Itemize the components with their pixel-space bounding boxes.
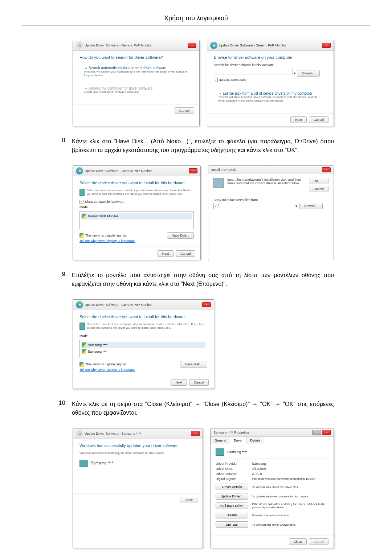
dialog-question: How do you want to search for driver sof… — [79, 55, 193, 59]
close-button[interactable]: Close — [289, 538, 307, 545]
uninstall-button[interactable]: Uninstall — [216, 521, 248, 528]
device-name: Samsung **** — [227, 450, 247, 454]
dialog-header: ◄ Update Driver Software - Generic PnP M… — [73, 300, 214, 310]
action-desc: If the device fails after updating the d… — [252, 502, 328, 509]
browse-option[interactable]: → Browse my computer for driver software… — [79, 83, 193, 97]
cancel-button: Cancel — [309, 538, 328, 545]
tab-general[interactable]: General — [211, 437, 230, 444]
tab-driver[interactable]: Driver — [230, 437, 246, 444]
cancel-button[interactable]: Cancel — [309, 186, 328, 192]
action-desc: To update the driver software for this d… — [252, 495, 328, 498]
monitor-icon — [79, 189, 85, 196]
close-icon: × — [191, 431, 200, 436]
back-icon[interactable]: ◄ — [76, 167, 83, 175]
dialog-properties: Samsung **** Properties ? × General Driv… — [210, 428, 334, 548]
cancel-button[interactable]: Cancel — [175, 107, 194, 114]
dialog-desc: Select the manufacturer and model of you… — [87, 189, 194, 196]
close-icon: × — [322, 430, 331, 435]
dialog-select-driver: ◄ Update Driver Software - Generic PnP M… — [73, 165, 201, 260]
dialog-install-from-disk: Install From Disk × Insert the manufactu… — [208, 165, 334, 260]
info-label: Driver Provider: — [216, 462, 248, 465]
step-text: Κάντε κλικ με τη σειρά στα "Close (Κλείσ… — [72, 400, 334, 417]
step-number: 10. — [58, 400, 67, 417]
list-item-label: Samsung **** — [88, 343, 108, 347]
option-label: Let me pick from a list of device driver… — [223, 91, 313, 95]
close-icon: × — [322, 167, 331, 172]
model-list[interactable]: Generic PnP Monitor — [79, 211, 194, 229]
back-icon: ◄ — [76, 430, 83, 437]
have-disk-button[interactable]: Have Disk... — [180, 361, 207, 368]
header-divider — [22, 25, 370, 25]
step-number: 8. — [58, 137, 67, 155]
cancel-button[interactable]: Cancel — [309, 116, 328, 123]
have-disk-button[interactable]: Have Disk... — [167, 232, 194, 239]
path-input[interactable] — [214, 68, 293, 74]
back-icon[interactable]: ◄ — [210, 42, 217, 49]
monitor-icon — [79, 460, 88, 467]
tab-details[interactable]: Details — [246, 437, 264, 444]
close-icon: × — [202, 302, 211, 307]
dialog-header: ◄ Update Driver Software - Samsung **** … — [73, 428, 203, 439]
option-desc: Windows will search your computer and th… — [84, 70, 188, 78]
list-item[interactable]: Generic PnP Monitor — [81, 213, 192, 219]
browse-button[interactable]: Browse... — [297, 70, 320, 77]
model-list[interactable]: Samsung **** Samsung **** — [79, 340, 207, 358]
dialog-heading: Select the device driver you want to ins… — [79, 181, 194, 185]
pick-list-option[interactable]: → Let me pick from a list of device driv… — [214, 89, 327, 106]
dialog-heading: Windows has successfully updated your dr… — [79, 443, 196, 448]
monitor-icon — [79, 323, 85, 330]
copy-label: Copy manufacturer's files from: — [213, 198, 328, 202]
signing-link[interactable]: Tell me why driver signing is important — [79, 239, 135, 243]
page-header: Χρήση του λογισμικού — [22, 15, 370, 22]
step-9: 9. Επιλέξτε το μοντέλο που αντιστοιχεί σ… — [58, 271, 334, 288]
dialog-heading: Select the device driver you want to ins… — [79, 315, 207, 319]
dialog-select-model: ◄ Update Driver Software - Generic PnP M… — [73, 299, 214, 389]
step-8: 8. Κάντε κλικ στο "Have Disk... (Από δίσ… — [58, 137, 334, 155]
dialog-header: ◄ Update Driver Software - Generic PnP M… — [207, 40, 334, 51]
search-auto-option[interactable]: → Search automatically for updated drive… — [79, 63, 193, 81]
dialog-title: Update Driver Software - Samsung **** — [85, 432, 141, 435]
option-label: Browse my computer for driver software — [89, 86, 153, 90]
next-button[interactable]: Next — [290, 116, 307, 123]
compat-checkbox[interactable]: ✓ — [79, 200, 83, 204]
option-desc: This list will show installed driver sof… — [218, 95, 323, 103]
browse-button[interactable]: Browse... — [299, 203, 323, 209]
dialog-header: Samsung **** Properties ? × — [211, 428, 334, 437]
back-icon[interactable]: ◄ — [76, 301, 83, 308]
back-icon: ◄ — [76, 42, 83, 49]
monitor-icon — [216, 448, 224, 456]
path-input[interactable]: A:\ — [213, 203, 293, 209]
action-desc: Disables the selected device. — [252, 514, 328, 517]
signing-link[interactable]: Tell me why driver signing is important — [79, 368, 135, 372]
driver-details-button[interactable]: Driver Details — [216, 484, 248, 490]
input-label: Search for driver software in this locat… — [214, 63, 327, 67]
step-text: Επιλέξτε το μοντέλο που αντιστοιχεί στην… — [72, 271, 334, 288]
close-button[interactable]: Close — [180, 497, 197, 503]
ok-button[interactable]: OK — [309, 178, 328, 184]
success-desc: Windows has finished installing the driv… — [79, 451, 196, 455]
next-button[interactable]: Next — [158, 250, 174, 257]
dialog-title: Update Driver Software - Generic PnP Mon… — [85, 44, 152, 47]
shield-icon — [82, 214, 86, 219]
shield-icon — [79, 362, 84, 367]
shield-icon — [79, 233, 84, 238]
rollback-button[interactable]: Roll Back Driver — [216, 502, 248, 509]
info-label: Driver Version: — [216, 472, 248, 476]
cancel-button[interactable]: Cancel — [189, 379, 209, 386]
step-8-images: ◄ Update Driver Software - Generic PnP M… — [73, 165, 334, 260]
list-item[interactable]: Samsung **** — [81, 348, 205, 355]
update-driver-button[interactable]: Update Driver... — [216, 493, 248, 500]
dialog-title: Update Driver Software - Generic PnP Mon… — [85, 303, 152, 307]
shield-icon — [82, 349, 86, 354]
close-icon: × — [189, 168, 197, 173]
list-item-label: Samsung **** — [88, 350, 108, 353]
close-icon: × — [322, 43, 331, 48]
list-item[interactable]: Samsung **** — [81, 342, 205, 348]
next-button[interactable]: Next — [171, 379, 187, 386]
signed-label: This driver is digitally signed. — [85, 234, 127, 237]
dialog-header: ◄ Update Driver Software - Generic PnP M… — [73, 40, 199, 51]
disable-button[interactable]: Disable — [216, 512, 248, 518]
include-checkbox[interactable]: ✓ — [214, 78, 218, 82]
close-icon: × — [188, 43, 196, 48]
cancel-button[interactable]: Cancel — [176, 250, 195, 257]
